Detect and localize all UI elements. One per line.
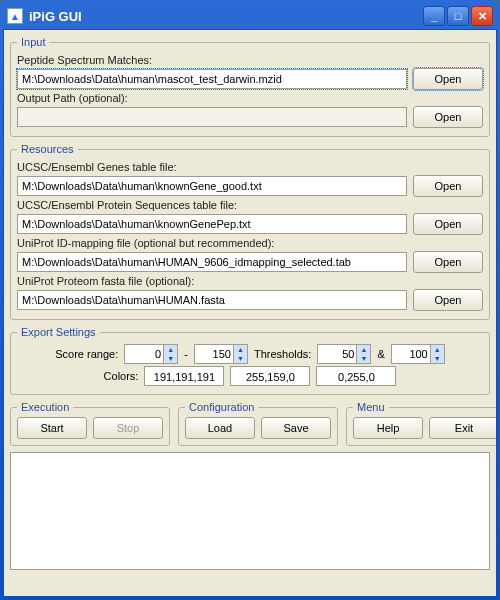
menu-group: Menu Help Exit	[346, 401, 497, 446]
idmap-open-button[interactable]: Open	[413, 251, 483, 273]
idmap-path-input[interactable]	[17, 252, 407, 272]
thresholds-label: Thresholds:	[254, 348, 311, 360]
app-icon: ▲	[7, 8, 23, 24]
titlebar[interactable]: ▲ iPiG GUI _ □ ✕	[3, 3, 497, 29]
output-path-input[interactable]	[17, 107, 407, 127]
threshold1-spinner[interactable]: ▲▼	[317, 344, 371, 364]
fasta-label: UniProt Proteom fasta file (optional):	[17, 275, 483, 287]
export-group: Export Settings Score range: ▲▼ - ▲▼ Thr…	[10, 326, 490, 395]
exit-button[interactable]: Exit	[429, 417, 497, 439]
score-max-spinner[interactable]: ▲▼	[194, 344, 248, 364]
score-sep: -	[184, 348, 188, 360]
score-max-input[interactable]	[195, 345, 233, 363]
threshold1-input[interactable]	[318, 345, 356, 363]
configuration-group: Configuration Load Save	[178, 401, 338, 446]
score-min-spinner[interactable]: ▲▼	[124, 344, 178, 364]
app-window: ▲ iPiG GUI _ □ ✕ Input Peptide Spectrum …	[0, 0, 500, 600]
output-open-button[interactable]: Open	[413, 106, 483, 128]
prot-open-button[interactable]: Open	[413, 213, 483, 235]
genes-label: UCSC/Ensembl Genes table file:	[17, 161, 483, 173]
down-icon[interactable]: ▼	[164, 354, 177, 363]
down-icon[interactable]: ▼	[357, 354, 370, 363]
up-icon[interactable]: ▲	[164, 345, 177, 354]
window-title: iPiG GUI	[29, 9, 82, 24]
help-button[interactable]: Help	[353, 417, 423, 439]
genes-path-input[interactable]	[17, 176, 407, 196]
output-label: Output Path (optional):	[17, 92, 483, 104]
execution-group: Execution Start Stop	[10, 401, 170, 446]
export-legend: Export Settings	[17, 326, 100, 338]
up-icon[interactable]: ▲	[357, 345, 370, 354]
client-area: Input Peptide Spectrum Matches: Open Out…	[3, 29, 497, 597]
threshold2-input[interactable]	[392, 345, 430, 363]
psm-label: Peptide Spectrum Matches:	[17, 54, 483, 66]
idmap-label: UniProt ID-mapping file (optional but re…	[17, 237, 483, 249]
log-output[interactable]	[10, 452, 490, 570]
resources-legend: Resources	[17, 143, 78, 155]
score-min-input[interactable]	[125, 345, 163, 363]
fasta-path-input[interactable]	[17, 290, 407, 310]
start-button[interactable]: Start	[17, 417, 87, 439]
resources-group: Resources UCSC/Ensembl Genes table file:…	[10, 143, 490, 320]
menu-legend: Menu	[353, 401, 389, 413]
save-button[interactable]: Save	[261, 417, 331, 439]
down-icon[interactable]: ▼	[234, 354, 247, 363]
color1-input[interactable]	[144, 366, 224, 386]
prot-path-input[interactable]	[17, 214, 407, 234]
colors-label: Colors:	[104, 370, 139, 382]
configuration-legend: Configuration	[185, 401, 258, 413]
close-button[interactable]: ✕	[471, 6, 493, 26]
genes-open-button[interactable]: Open	[413, 175, 483, 197]
psm-open-button[interactable]: Open	[413, 68, 483, 90]
stop-button[interactable]: Stop	[93, 417, 163, 439]
up-icon[interactable]: ▲	[431, 345, 444, 354]
minimize-button[interactable]: _	[423, 6, 445, 26]
load-button[interactable]: Load	[185, 417, 255, 439]
execution-legend: Execution	[17, 401, 73, 413]
prot-label: UCSC/Ensembl Protein Sequences table fil…	[17, 199, 483, 211]
up-icon[interactable]: ▲	[234, 345, 247, 354]
input-legend: Input	[17, 36, 49, 48]
color3-input[interactable]	[316, 366, 396, 386]
down-icon[interactable]: ▼	[431, 354, 444, 363]
fasta-open-button[interactable]: Open	[413, 289, 483, 311]
threshold2-spinner[interactable]: ▲▼	[391, 344, 445, 364]
psm-path-input[interactable]	[17, 69, 407, 89]
thr-amp: &	[377, 348, 384, 360]
maximize-button[interactable]: □	[447, 6, 469, 26]
score-range-label: Score range:	[55, 348, 118, 360]
color2-input[interactable]	[230, 366, 310, 386]
input-group: Input Peptide Spectrum Matches: Open Out…	[10, 36, 490, 137]
